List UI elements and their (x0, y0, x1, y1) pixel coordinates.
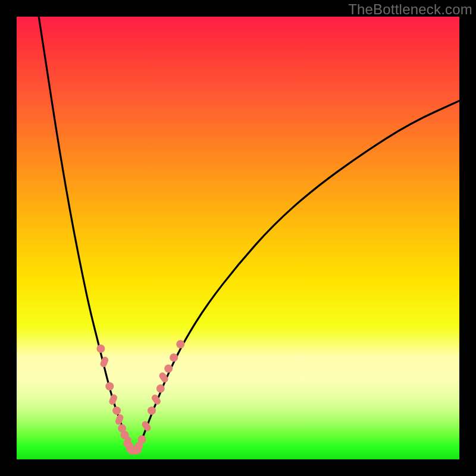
data-marker (148, 406, 156, 415)
right-curve (137, 101, 459, 450)
data-marker (164, 364, 173, 372)
left-curve (39, 17, 130, 450)
curves-svg (17, 17, 459, 459)
markers-left (96, 345, 133, 450)
plot-area (17, 17, 459, 459)
data-marker (112, 406, 121, 415)
data-marker (176, 340, 184, 349)
data-marker (96, 345, 105, 353)
data-marker (140, 420, 152, 433)
chart-container: TheBottleneck.com (0, 0, 476, 476)
data-marker (108, 393, 118, 406)
data-marker (105, 382, 114, 390)
data-marker (170, 353, 178, 362)
data-marker (99, 356, 109, 368)
data-marker (114, 414, 124, 426)
data-marker (138, 436, 146, 444)
watermark-text: TheBottleneck.com (348, 1, 472, 18)
data-marker (156, 384, 165, 393)
